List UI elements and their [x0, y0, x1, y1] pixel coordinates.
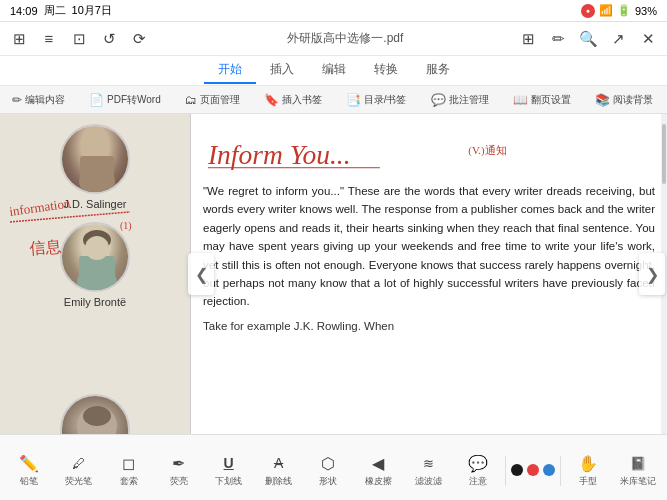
- comment-icon: 💬: [431, 93, 446, 107]
- main-toolbar: ⊞ ≡ ⊡ ↺ ⟳ 外研版高中选修一.pdf ⊞ ✏ 🔍 ↗ ✕: [0, 22, 667, 56]
- sub-toolbar: ✏ 编辑内容 📄 PDF转Word 🗂 页面管理 🔖 插入书签 📑 目录/书签 …: [0, 86, 667, 114]
- strikethrough-tool[interactable]: A 删除线: [254, 451, 304, 490]
- close-icon[interactable]: ✕: [637, 28, 659, 50]
- note-insert-label: 注意: [469, 475, 487, 488]
- record-indicator: ●: [581, 4, 595, 18]
- edit-content-tool[interactable]: ✏ 编辑内容: [6, 91, 71, 109]
- tab-insert[interactable]: 插入: [256, 57, 308, 84]
- svg-line-4: [10, 212, 130, 222]
- lasso-tool[interactable]: ◻ 套索: [104, 451, 154, 490]
- underline-icon: U: [224, 453, 234, 473]
- color-red[interactable]: [527, 464, 539, 476]
- pages-icon: 🗂: [185, 93, 197, 107]
- tab-edit[interactable]: 编辑: [308, 57, 360, 84]
- undo-icon[interactable]: ↺: [98, 28, 120, 50]
- svg-text:信息: 信息: [29, 237, 62, 257]
- bottom-sep1: [505, 456, 506, 486]
- time: 14:09: [10, 5, 38, 17]
- tab-service[interactable]: 服务: [412, 57, 464, 84]
- weekday: 周二: [44, 3, 66, 18]
- hand-tool[interactable]: ✋ 手型: [563, 451, 613, 490]
- pdf-to-word-tool[interactable]: 📄 PDF转Word: [83, 91, 167, 109]
- insert-bookmark-tool[interactable]: 🔖 插入书签: [258, 91, 328, 109]
- file-icon[interactable]: ⊡: [68, 28, 90, 50]
- author-jd-salinger: J.D. Salinger: [60, 124, 130, 210]
- document-title: 外研版高中选修一.pdf: [180, 30, 511, 47]
- shape-tool[interactable]: ⬡ 形状: [304, 451, 354, 490]
- strikethrough-icon: A: [274, 453, 283, 473]
- bg-icon: 📚: [595, 93, 610, 107]
- battery-level: 93%: [635, 5, 657, 17]
- prev-page-arrow[interactable]: ❮: [188, 253, 214, 295]
- eraser-tool[interactable]: ◀ 橡皮擦: [353, 451, 403, 490]
- hand-label: 手型: [579, 475, 597, 488]
- filter-icon: ≋: [423, 453, 434, 473]
- note-insert-tool[interactable]: 💬 注意: [453, 451, 503, 490]
- notebook-tool[interactable]: 📓 米库笔记: [613, 451, 663, 490]
- svg-point-12: [85, 236, 109, 260]
- annotate-icon[interactable]: ✏: [547, 28, 569, 50]
- right-panel: Inform You... (V.)通知 "We regret to infor…: [191, 114, 667, 434]
- tab-start[interactable]: 开始: [204, 57, 256, 84]
- color-black[interactable]: [511, 464, 523, 476]
- author-emily-name: Emily Brontë: [64, 296, 126, 308]
- notebook-label: 米库笔记: [620, 475, 656, 488]
- avatar-partial: [60, 394, 130, 434]
- annotation-tools-row: ✏️ 铅笔 🖊 荧光笔 ◻ 套索 ✒ 荧亮 U 下划线 A 删除线 ⬡ 形状: [0, 435, 667, 500]
- redo-icon[interactable]: ⟳: [128, 28, 150, 50]
- reading-bg-tool[interactable]: 📚 阅读背景: [589, 91, 659, 109]
- battery-icon: 🔋: [617, 4, 631, 17]
- avatar-emily: [60, 222, 130, 292]
- bottom-annotation-toolbar: ✏️ 铅笔 🖊 荧光笔 ◻ 套索 ✒ 荧亮 U 下划线 A 删除线 ⬡ 形状: [0, 434, 667, 500]
- shape-icon: ⬡: [321, 453, 335, 473]
- pencil-tool-label: 铅笔: [20, 475, 38, 488]
- lasso-label: 套索: [120, 475, 138, 488]
- status-bar: 14:09 周二 10月7日 ● 📶 🔋 93%: [0, 0, 667, 22]
- pencil-tool-icon: ✏️: [19, 453, 39, 473]
- page-manage-tool[interactable]: 🗂 页面管理: [179, 91, 246, 109]
- scroll-thumb[interactable]: [662, 124, 666, 184]
- body-text: "We regret to inform you..." These are t…: [203, 182, 655, 311]
- eraser-label: 橡皮擦: [365, 475, 392, 488]
- next-page-arrow[interactable]: ❯: [639, 253, 665, 295]
- expand-icon-tool[interactable]: ▼: [663, 91, 668, 109]
- next-paragraph-start: Take for example J.K. Rowling. When: [203, 317, 655, 335]
- filter-tool[interactable]: ≋ 滤波滤: [403, 451, 453, 490]
- toc-tool[interactable]: 📑 目录/书签: [340, 91, 413, 109]
- date: 10月7日: [72, 3, 112, 18]
- svg-point-14: [83, 406, 111, 426]
- pencil-tool[interactable]: ✏️ 铅笔: [4, 451, 54, 490]
- highlighter-icon: 🖊: [72, 453, 85, 473]
- highlight2-label: 荧亮: [170, 475, 188, 488]
- wifi-icon: 📶: [599, 4, 613, 17]
- underline-tool[interactable]: U 下划线: [204, 451, 254, 490]
- pdf-icon: 📄: [89, 93, 104, 107]
- eraser-icon: ◀: [372, 453, 384, 473]
- bookmark-icon: 🔖: [264, 93, 279, 107]
- highlight2-tool[interactable]: ✒ 荧亮: [154, 451, 204, 490]
- color-blue[interactable]: [543, 464, 555, 476]
- note-insert-icon: 💬: [468, 453, 488, 473]
- menu-icon[interactable]: ≡: [38, 28, 60, 50]
- annotation-tool[interactable]: 💬 批注管理: [425, 91, 495, 109]
- notebook-icon: 📓: [630, 453, 646, 473]
- bottom-sep2: [560, 456, 561, 486]
- view-icon[interactable]: ⊞: [517, 28, 539, 50]
- tab-convert[interactable]: 转换: [360, 57, 412, 84]
- page-flip-tool[interactable]: 📖 翻页设置: [507, 91, 577, 109]
- author-jd-name: J.D. Salinger: [64, 198, 127, 210]
- grid-icon[interactable]: ⊞: [8, 28, 30, 50]
- search-icon[interactable]: 🔍: [577, 28, 599, 50]
- share-icon[interactable]: ↗: [607, 28, 629, 50]
- highlight2-icon: ✒: [172, 453, 185, 473]
- filter-label: 滤波滤: [415, 475, 442, 488]
- flip-icon: 📖: [513, 93, 528, 107]
- lasso-icon: ◻: [122, 453, 135, 473]
- color-picker: [508, 464, 558, 478]
- author-emily-bronte: Emily Brontë: [60, 222, 130, 308]
- nav-tabs-bar: 开始 插入 编辑 转换 服务: [0, 56, 667, 86]
- main-content-area: information (1) 信息 ·: [0, 114, 667, 434]
- svg-text:Inform You...: Inform You...: [207, 139, 351, 170]
- highlighter-tool[interactable]: 🖊 荧光笔: [54, 451, 104, 490]
- svg-text:(V.)通知: (V.)通知: [468, 144, 506, 157]
